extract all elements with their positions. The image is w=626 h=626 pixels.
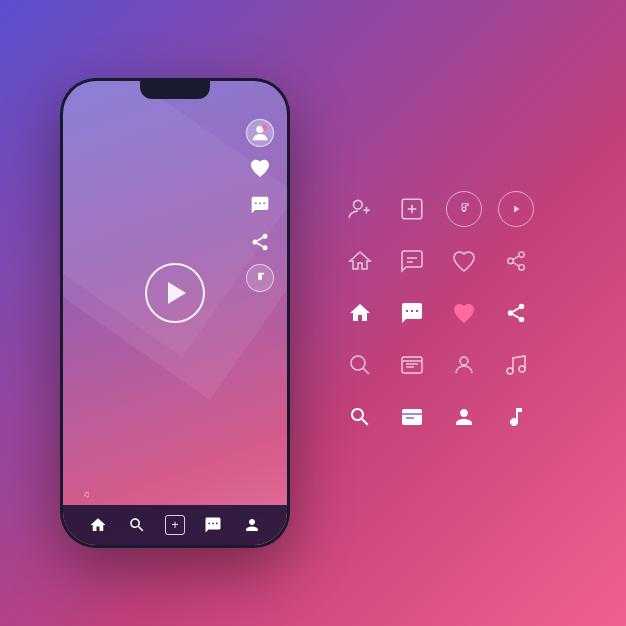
- icon-cell-user-add-outline: [336, 185, 384, 233]
- phone-mockup: +: [60, 78, 290, 548]
- svg-line-28: [513, 308, 519, 312]
- svg-point-26: [519, 317, 525, 323]
- icon-cell-message-outline: [388, 341, 436, 389]
- bottom-nav: +: [63, 505, 287, 545]
- icon-cell-heart-outline: [440, 237, 488, 285]
- share-icon: [245, 227, 275, 257]
- icon-cell-share-filled: [492, 289, 540, 337]
- icon-cell-chat-outline: [388, 237, 436, 285]
- icon-cell-add-box-outline: [388, 185, 436, 233]
- side-actions: +: [245, 119, 275, 292]
- icon-cell-home-filled: [336, 289, 384, 337]
- svg-point-9: [354, 200, 363, 209]
- icon-cell-search-filled: [336, 393, 384, 441]
- svg-marker-16: [514, 206, 520, 213]
- icon-cell-chat-filled: [388, 289, 436, 337]
- plus-icon: +: [171, 518, 178, 532]
- like-action[interactable]: [245, 153, 275, 184]
- share-action[interactable]: [245, 227, 275, 258]
- svg-point-24: [519, 304, 525, 310]
- icon-cell-search-outline: [336, 341, 384, 389]
- nav-chat[interactable]: [203, 515, 223, 535]
- icon-cell-music-circle-outline: [440, 185, 488, 233]
- comment-icon: [245, 190, 275, 220]
- icon-cell-share-outline: [492, 237, 540, 285]
- comment-action[interactable]: [245, 190, 275, 221]
- icon-cell-person-filled: [440, 393, 488, 441]
- music-note-icon: ♫: [83, 489, 90, 499]
- icon-cell-music-outline: [492, 341, 540, 389]
- svg-point-35: [460, 357, 468, 365]
- icon-cell-message-filled: [388, 393, 436, 441]
- svg-text:+: +: [261, 126, 264, 131]
- svg-point-25: [508, 310, 514, 316]
- nav-add[interactable]: +: [165, 515, 185, 535]
- svg-point-19: [519, 252, 525, 258]
- icons-grid-container: [250, 165, 626, 461]
- track-info: ♫: [83, 489, 267, 499]
- svg-line-30: [363, 368, 369, 374]
- svg-point-37: [519, 366, 525, 372]
- avatar: +: [246, 119, 274, 147]
- phone-body: +: [60, 78, 290, 548]
- screen-main: +: [63, 109, 287, 505]
- phone-screen: +: [63, 81, 287, 545]
- svg-point-20: [508, 258, 514, 264]
- nav-search[interactable]: [127, 515, 147, 535]
- play-button[interactable]: [145, 263, 205, 323]
- top-bar: [63, 99, 287, 109]
- svg-point-21: [519, 265, 525, 271]
- icon-cell-music-filled: [492, 393, 540, 441]
- heart-icon: [245, 153, 275, 183]
- icon-cell-person-outline: [440, 341, 488, 389]
- svg-point-36: [507, 368, 513, 374]
- play-icon: [168, 282, 186, 304]
- svg-line-23: [513, 256, 519, 260]
- play-area: +: [71, 109, 279, 476]
- avatar-action[interactable]: +: [246, 119, 274, 147]
- svg-point-5: [263, 245, 268, 250]
- svg-line-6: [257, 243, 263, 246]
- svg-line-22: [513, 262, 519, 266]
- icon-cell-heart-filled: [440, 289, 488, 337]
- svg-line-7: [257, 237, 263, 240]
- nav-home[interactable]: [88, 515, 108, 535]
- screen-bottom: ♫: [71, 476, 279, 505]
- icon-cell-play-circle-outline: [492, 185, 540, 233]
- icons-grid: [336, 185, 540, 441]
- user-icon: +: [249, 122, 271, 144]
- icon-cell-home-outline: [336, 237, 384, 285]
- svg-line-27: [513, 314, 519, 318]
- music-disc: [246, 264, 274, 292]
- nav-profile[interactable]: [242, 515, 262, 535]
- phone-notch: [140, 81, 210, 99]
- svg-point-29: [351, 356, 365, 370]
- svg-rect-38: [402, 409, 422, 425]
- music-disc-action[interactable]: [246, 264, 274, 292]
- svg-point-4: [253, 240, 258, 245]
- svg-rect-31: [402, 357, 422, 373]
- svg-point-3: [263, 234, 268, 239]
